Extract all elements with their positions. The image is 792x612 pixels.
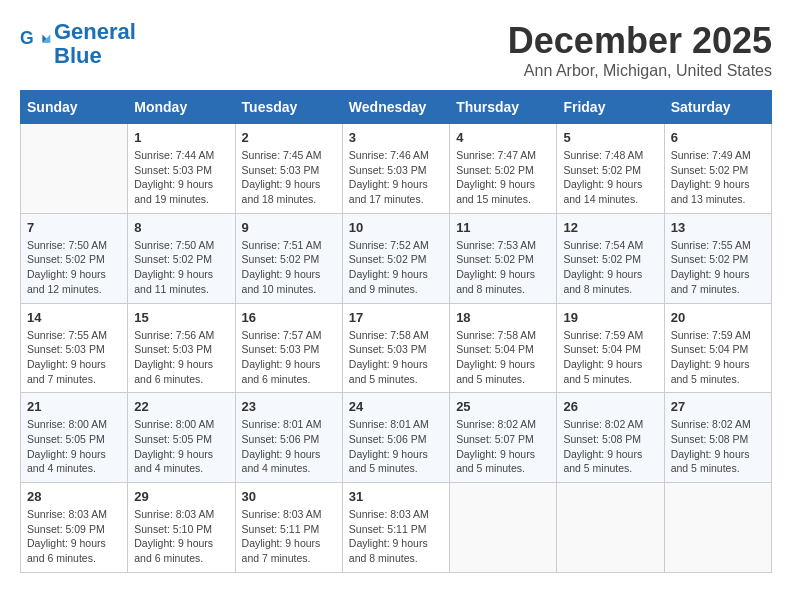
day-number: 29	[134, 489, 228, 504]
day-info: Sunrise: 8:01 AM Sunset: 5:06 PM Dayligh…	[242, 417, 336, 476]
calendar-week-row: 7Sunrise: 7:50 AM Sunset: 5:02 PM Daylig…	[21, 213, 772, 303]
calendar-cell: 15Sunrise: 7:56 AM Sunset: 5:03 PM Dayli…	[128, 303, 235, 393]
col-header-wednesday: Wednesday	[342, 91, 449, 124]
day-info: Sunrise: 7:55 AM Sunset: 5:03 PM Dayligh…	[27, 328, 121, 387]
calendar-cell: 19Sunrise: 7:59 AM Sunset: 5:04 PM Dayli…	[557, 303, 664, 393]
calendar-cell: 6Sunrise: 7:49 AM Sunset: 5:02 PM Daylig…	[664, 124, 771, 214]
day-number: 18	[456, 310, 550, 325]
logo-blue: Blue	[54, 43, 102, 68]
day-info: Sunrise: 7:46 AM Sunset: 5:03 PM Dayligh…	[349, 148, 443, 207]
day-number: 17	[349, 310, 443, 325]
calendar-week-row: 21Sunrise: 8:00 AM Sunset: 5:05 PM Dayli…	[21, 393, 772, 483]
calendar-cell: 10Sunrise: 7:52 AM Sunset: 5:02 PM Dayli…	[342, 213, 449, 303]
day-number: 19	[563, 310, 657, 325]
calendar-cell: 22Sunrise: 8:00 AM Sunset: 5:05 PM Dayli…	[128, 393, 235, 483]
day-number: 11	[456, 220, 550, 235]
calendar-cell	[664, 483, 771, 573]
day-info: Sunrise: 7:58 AM Sunset: 5:03 PM Dayligh…	[349, 328, 443, 387]
calendar-cell: 11Sunrise: 7:53 AM Sunset: 5:02 PM Dayli…	[450, 213, 557, 303]
day-number: 21	[27, 399, 121, 414]
calendar-cell: 27Sunrise: 8:02 AM Sunset: 5:08 PM Dayli…	[664, 393, 771, 483]
logo-general: General	[54, 19, 136, 44]
calendar-subtitle: Ann Arbor, Michigan, United States	[508, 62, 772, 80]
calendar-cell: 29Sunrise: 8:03 AM Sunset: 5:10 PM Dayli…	[128, 483, 235, 573]
calendar-cell: 8Sunrise: 7:50 AM Sunset: 5:02 PM Daylig…	[128, 213, 235, 303]
calendar-title: December 2025	[508, 20, 772, 62]
day-number: 30	[242, 489, 336, 504]
day-number: 10	[349, 220, 443, 235]
calendar-cell: 18Sunrise: 7:58 AM Sunset: 5:04 PM Dayli…	[450, 303, 557, 393]
day-info: Sunrise: 8:03 AM Sunset: 5:11 PM Dayligh…	[349, 507, 443, 566]
calendar-cell: 12Sunrise: 7:54 AM Sunset: 5:02 PM Dayli…	[557, 213, 664, 303]
logo: G General Blue	[20, 20, 136, 68]
day-info: Sunrise: 8:02 AM Sunset: 5:07 PM Dayligh…	[456, 417, 550, 476]
calendar-table: SundayMondayTuesdayWednesdayThursdayFrid…	[20, 90, 772, 573]
page-header: G General Blue December 2025 Ann Arbor, …	[20, 20, 772, 80]
day-info: Sunrise: 7:45 AM Sunset: 5:03 PM Dayligh…	[242, 148, 336, 207]
day-info: Sunrise: 8:03 AM Sunset: 5:11 PM Dayligh…	[242, 507, 336, 566]
day-info: Sunrise: 7:57 AM Sunset: 5:03 PM Dayligh…	[242, 328, 336, 387]
day-number: 1	[134, 130, 228, 145]
col-header-saturday: Saturday	[664, 91, 771, 124]
day-info: Sunrise: 7:47 AM Sunset: 5:02 PM Dayligh…	[456, 148, 550, 207]
day-number: 16	[242, 310, 336, 325]
calendar-cell: 7Sunrise: 7:50 AM Sunset: 5:02 PM Daylig…	[21, 213, 128, 303]
logo-text: General Blue	[54, 20, 136, 68]
day-info: Sunrise: 7:50 AM Sunset: 5:02 PM Dayligh…	[27, 238, 121, 297]
day-info: Sunrise: 8:03 AM Sunset: 5:09 PM Dayligh…	[27, 507, 121, 566]
col-header-sunday: Sunday	[21, 91, 128, 124]
day-number: 28	[27, 489, 121, 504]
day-info: Sunrise: 7:58 AM Sunset: 5:04 PM Dayligh…	[456, 328, 550, 387]
col-header-monday: Monday	[128, 91, 235, 124]
day-info: Sunrise: 8:02 AM Sunset: 5:08 PM Dayligh…	[671, 417, 765, 476]
calendar-cell: 20Sunrise: 7:59 AM Sunset: 5:04 PM Dayli…	[664, 303, 771, 393]
day-info: Sunrise: 7:56 AM Sunset: 5:03 PM Dayligh…	[134, 328, 228, 387]
day-number: 26	[563, 399, 657, 414]
day-number: 24	[349, 399, 443, 414]
day-number: 7	[27, 220, 121, 235]
day-info: Sunrise: 7:49 AM Sunset: 5:02 PM Dayligh…	[671, 148, 765, 207]
day-info: Sunrise: 8:00 AM Sunset: 5:05 PM Dayligh…	[27, 417, 121, 476]
day-info: Sunrise: 7:54 AM Sunset: 5:02 PM Dayligh…	[563, 238, 657, 297]
day-info: Sunrise: 8:02 AM Sunset: 5:08 PM Dayligh…	[563, 417, 657, 476]
calendar-cell: 1Sunrise: 7:44 AM Sunset: 5:03 PM Daylig…	[128, 124, 235, 214]
day-number: 31	[349, 489, 443, 504]
day-number: 14	[27, 310, 121, 325]
day-info: Sunrise: 7:59 AM Sunset: 5:04 PM Dayligh…	[671, 328, 765, 387]
day-info: Sunrise: 7:50 AM Sunset: 5:02 PM Dayligh…	[134, 238, 228, 297]
calendar-cell: 17Sunrise: 7:58 AM Sunset: 5:03 PM Dayli…	[342, 303, 449, 393]
calendar-cell: 3Sunrise: 7:46 AM Sunset: 5:03 PM Daylig…	[342, 124, 449, 214]
svg-text:G: G	[20, 28, 34, 48]
day-info: Sunrise: 7:48 AM Sunset: 5:02 PM Dayligh…	[563, 148, 657, 207]
calendar-cell: 21Sunrise: 8:00 AM Sunset: 5:05 PM Dayli…	[21, 393, 128, 483]
calendar-cell: 24Sunrise: 8:01 AM Sunset: 5:06 PM Dayli…	[342, 393, 449, 483]
day-number: 25	[456, 399, 550, 414]
calendar-cell: 2Sunrise: 7:45 AM Sunset: 5:03 PM Daylig…	[235, 124, 342, 214]
day-number: 12	[563, 220, 657, 235]
day-number: 20	[671, 310, 765, 325]
calendar-week-row: 14Sunrise: 7:55 AM Sunset: 5:03 PM Dayli…	[21, 303, 772, 393]
day-number: 9	[242, 220, 336, 235]
calendar-cell: 5Sunrise: 7:48 AM Sunset: 5:02 PM Daylig…	[557, 124, 664, 214]
day-info: Sunrise: 7:51 AM Sunset: 5:02 PM Dayligh…	[242, 238, 336, 297]
day-number: 27	[671, 399, 765, 414]
day-number: 13	[671, 220, 765, 235]
col-header-friday: Friday	[557, 91, 664, 124]
day-number: 4	[456, 130, 550, 145]
calendar-cell: 16Sunrise: 7:57 AM Sunset: 5:03 PM Dayli…	[235, 303, 342, 393]
day-number: 23	[242, 399, 336, 414]
calendar-cell	[21, 124, 128, 214]
day-number: 15	[134, 310, 228, 325]
calendar-week-row: 28Sunrise: 8:03 AM Sunset: 5:09 PM Dayli…	[21, 483, 772, 573]
calendar-week-row: 1Sunrise: 7:44 AM Sunset: 5:03 PM Daylig…	[21, 124, 772, 214]
day-number: 8	[134, 220, 228, 235]
day-info: Sunrise: 7:59 AM Sunset: 5:04 PM Dayligh…	[563, 328, 657, 387]
calendar-cell: 13Sunrise: 7:55 AM Sunset: 5:02 PM Dayli…	[664, 213, 771, 303]
day-info: Sunrise: 8:01 AM Sunset: 5:06 PM Dayligh…	[349, 417, 443, 476]
day-number: 22	[134, 399, 228, 414]
col-header-thursday: Thursday	[450, 91, 557, 124]
calendar-cell	[450, 483, 557, 573]
logo-icon: G	[20, 28, 52, 60]
calendar-cell: 14Sunrise: 7:55 AM Sunset: 5:03 PM Dayli…	[21, 303, 128, 393]
day-info: Sunrise: 7:53 AM Sunset: 5:02 PM Dayligh…	[456, 238, 550, 297]
